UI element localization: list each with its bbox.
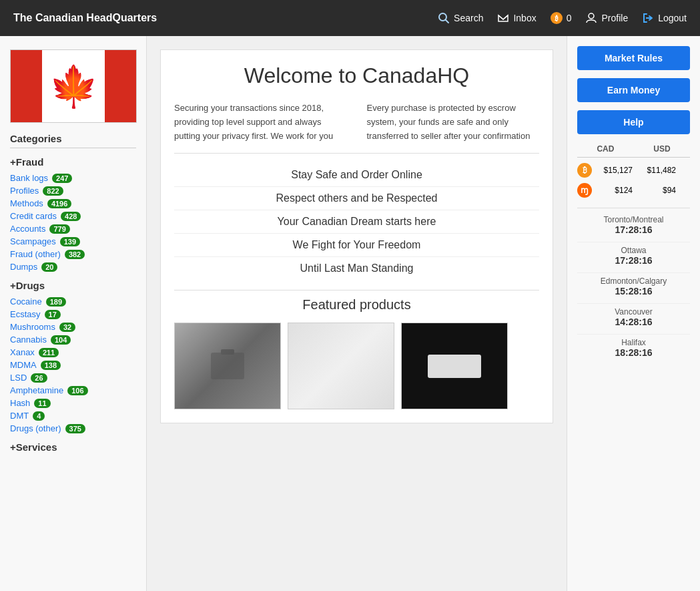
profile-nav-item[interactable]: Profile [585,11,628,25]
list-item[interactable]: Methods 4196 [10,197,136,210]
city-time-edmonton: Edmonton/Calgary 15:28:16 [577,276,690,297]
right-panel: Market Rules Earn Money Help CAD USD ₿ $… [567,36,700,591]
inbox-nav-item[interactable]: Inbox [496,11,536,25]
list-item[interactable]: Profiles 822 [10,184,136,197]
list-item[interactable]: Cocaine 189 [10,295,136,308]
vancouver-name: Vancouver [577,307,690,317]
amphetamine-link[interactable]: Amphetamine [10,385,63,395]
profiles-link[interactable]: Profiles [10,186,39,196]
hash-link[interactable]: Hash [10,398,30,408]
cannabis-link[interactable]: Cannabis [10,335,47,345]
lsd-link[interactable]: LSD [10,373,27,383]
svg-line-3 [498,15,503,19]
market-rules-button[interactable]: Market Rules [577,46,690,70]
welcome-section: Welcome to CanadaHQ Securing your transa… [160,49,553,423]
halifax-clock: 18:28:16 [577,347,690,358]
search-nav-item[interactable]: Search [437,11,483,25]
earn-money-button[interactable]: Earn Money [577,78,690,102]
drugsother-link[interactable]: Drugs (other) [10,423,61,433]
mushrooms-badge: 32 [59,323,75,332]
main-layout: 🍁 Categories +Fraud Bank logs 247 Profil… [0,36,700,591]
dmt-link[interactable]: DMT [10,411,29,421]
dumps-link[interactable]: Dumps [10,262,37,272]
crypto-cad-header: CAD [597,144,614,154]
xmr-row: ɱ $124 $94 [577,183,690,198]
scampages-badge: 139 [60,237,80,246]
slogans: Stay Safe and Order Online Respect other… [174,164,539,280]
fraud-header: +Fraud [10,156,136,168]
list-item[interactable]: Ecstasy 17 [10,308,136,321]
lsd-badge: 26 [31,373,47,383]
svg-line-4 [503,15,508,19]
list-item[interactable]: Xanax 211 [10,346,136,359]
list-item[interactable]: LSD 26 [10,371,136,384]
xmr-cad: $124 [596,186,633,195]
list-item[interactable]: Drugs (other) 375 [10,422,136,435]
product-thumb-3[interactable] [401,323,508,409]
accounts-badge: 779 [49,224,69,234]
toronto-name: Toronto/Montreal [577,215,690,224]
coins-nav-item[interactable]: ₿ 0 [550,11,572,25]
methods-badge: 4196 [47,199,71,208]
btc-row: ₿ $15,127 $11,482 [577,163,690,178]
halifax-name: Halifax [577,338,690,347]
edmonton-name: Edmonton/Calgary [577,276,690,286]
list-item[interactable]: Credit cards 428 [10,210,136,222]
divider-1 [174,153,539,154]
list-item[interactable]: DMT 4 [10,409,136,422]
list-item[interactable]: Amphetamine 106 [10,384,136,397]
svg-line-1 [446,20,449,23]
cocaine-link[interactable]: Cocaine [10,297,42,307]
fraudother-link[interactable]: Fraud (other) [10,249,61,259]
svg-point-7 [589,13,594,19]
search-label: Search [454,13,483,23]
svg-rect-10 [221,349,234,355]
list-item[interactable]: Mushrooms 32 [10,321,136,333]
main-content: Welcome to CanadaHQ Securing your transa… [147,36,567,591]
amphetamine-badge: 106 [67,386,87,395]
accounts-link[interactable]: Accounts [10,224,45,234]
svg-rect-11 [428,355,481,378]
methods-link[interactable]: Methods [10,198,43,208]
welcome-columns: Securing your transactions since 2018, p… [174,102,539,143]
crypto-section: CAD USD ₿ $15,127 $11,482 ɱ $124 $94 [577,144,690,198]
time-divider-3 [577,303,690,304]
city-time-vancouver: Vancouver 14:28:16 [577,307,690,327]
list-item[interactable]: Hash 11 [10,397,136,409]
mdma-badge: 138 [41,361,61,370]
list-item[interactable]: Accounts 779 [10,222,136,235]
list-item[interactable]: Bank logs 247 [10,172,136,184]
creditcards-link[interactable]: Credit cards [10,211,57,221]
list-item[interactable]: Scampages 139 [10,235,136,248]
ecstasy-link[interactable]: Ecstasy [10,309,41,319]
btc-cad: $15,127 [596,166,633,175]
mdma-link[interactable]: MDMA [10,360,37,370]
product-thumb-2[interactable] [288,323,394,409]
inbox-label: Inbox [513,13,536,23]
scampages-link[interactable]: Scampages [10,236,56,246]
city-time-halifax: Halifax 18:28:16 [577,338,690,358]
xanax-link[interactable]: Xanax [10,347,35,357]
list-item[interactable]: MDMA 138 [10,359,136,371]
ottawa-clock: 17:28:16 [577,255,690,266]
header-nav: Search Inbox ₿ 0 [437,11,687,25]
list-item[interactable]: Dumps 20 [10,260,136,273]
banklogs-link[interactable]: Bank logs [10,173,48,183]
list-item[interactable]: Cannabis 104 [10,333,136,346]
xmr-usd: $94 [639,186,676,195]
city-time-toronto: Toronto/Montreal 17:28:16 [577,215,690,235]
slogan-4: We Fight for Your Freedom [174,234,539,257]
canada-flag: 🍁 [10,49,137,123]
coins-count: 0 [567,13,572,23]
edmonton-clock: 15:28:16 [577,286,690,297]
product-thumb-1[interactable] [174,323,281,409]
banklogs-badge: 247 [52,174,72,183]
help-button[interactable]: Help [577,110,690,134]
list-item[interactable]: Fraud (other) 382 [10,248,136,260]
logout-nav-item[interactable]: Logout [641,11,687,25]
dumps-badge: 20 [41,262,57,272]
ottawa-name: Ottawa [577,246,690,255]
maple-leaf-icon: 🍁 [49,63,99,110]
mushrooms-link[interactable]: Mushrooms [10,322,55,332]
vancouver-clock: 14:28:16 [577,317,690,327]
